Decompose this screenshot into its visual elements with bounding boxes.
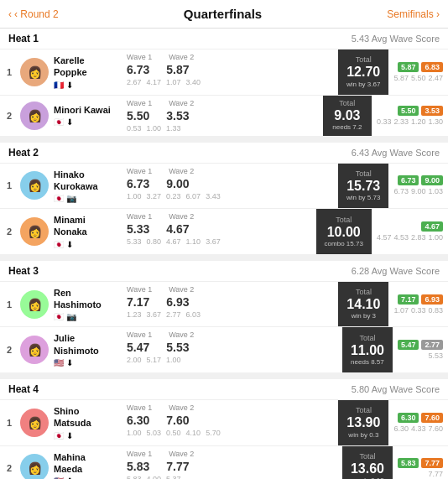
- right-small-score: 6.30: [393, 424, 409, 433]
- small-scores-row: 1.005.030.504.105.70: [127, 429, 333, 437]
- avatar: 👩: [20, 58, 49, 86]
- wave-scores-area: Wave 1Wave 25.837.775.834.005.37: [122, 446, 342, 479]
- small-scores-row: 2.005.171.00: [127, 356, 337, 364]
- wave-header-row: Wave 1Wave 2: [127, 285, 333, 294]
- heat-header-4: Heat 45.80 Avg Wave Score: [0, 379, 448, 400]
- total-value: 13.60: [351, 461, 384, 476]
- right-bot-row: 7.77: [428, 470, 443, 478]
- flag-icon: 🇺🇸: [54, 358, 64, 367]
- small-score: 3.43: [206, 192, 221, 200]
- surfer-left-1-1: 1👩Karelle Poppke🇫🇷⬇: [0, 49, 122, 95]
- small-score: 1.10: [186, 237, 201, 246]
- total-label: Total: [356, 169, 372, 178]
- heat-header-3: Heat 36.28 Avg Wave Score: [0, 261, 448, 282]
- score-pill-2: 2.77: [421, 340, 443, 350]
- back-nav[interactable]: ‹ ‹ Round 2: [8, 8, 59, 20]
- wave2-score: 5.87: [166, 63, 189, 76]
- small-score: 2.00: [127, 356, 142, 364]
- wave1-score: 6.73: [127, 63, 149, 76]
- main-scores-row: 6.735.87: [127, 63, 333, 76]
- heat-block-3: Heat 36.28 Avg Wave Score1👩Ren Hashimoto…: [0, 261, 448, 372]
- right-bot-row: 0.332.331.201.30: [377, 117, 443, 126]
- wave2-header: Wave 2: [169, 450, 194, 458]
- surfer-name: Ren Hashimoto: [54, 287, 115, 311]
- main-scores-row: 6.307.60: [127, 414, 333, 427]
- heats-container: Heat 15.43 Avg Wave Score1👩Karelle Poppk…: [0, 29, 448, 479]
- wave2-score: 3.53: [166, 109, 189, 122]
- wave2-header: Wave 2: [169, 331, 194, 339]
- surfer-rank: 1: [7, 418, 15, 428]
- right-scores: 5.472.775.53: [393, 327, 448, 372]
- small-score: 5.83: [127, 475, 142, 479]
- total-box: Total12.70win by 3.67: [338, 49, 388, 95]
- small-score: 1.00: [127, 429, 142, 437]
- wave1-header: Wave 1: [127, 53, 152, 61]
- surfer-info: Ren Hashimoto🇯🇵📷: [54, 287, 115, 322]
- right-bot-row: 6.739.001.03: [393, 187, 443, 195]
- total-label: Total: [356, 406, 372, 414]
- surfer-flags: 🇯🇵📷: [54, 194, 115, 203]
- surfer-row-1-1: 1👩Karelle Poppke🇫🇷⬇Wave 1Wave 26.735.872…: [0, 49, 448, 96]
- surfer-name: Julie Nishimoto: [54, 332, 115, 357]
- surfer-left-2-2: 2👩Minami Nonaka🇯🇵⬇: [0, 209, 122, 254]
- small-score: 4.00: [147, 475, 162, 479]
- heat-label-2: Heat 2: [8, 147, 39, 159]
- wave2-header: Wave 2: [169, 99, 194, 107]
- flag-icon: ⬇: [66, 358, 73, 367]
- wave-scores-area: Wave 1Wave 25.475.532.005.171.00: [122, 327, 342, 372]
- flag-icon: 🇯🇵: [54, 240, 64, 249]
- small-score: 1.33: [166, 124, 181, 133]
- wave-scores-area: Wave 1Wave 26.739.001.003.270.236.073.43: [122, 164, 338, 209]
- total-label: Total: [359, 452, 375, 461]
- surfer-rank: 2: [7, 463, 15, 473]
- right-small-score: 1.03: [428, 187, 443, 195]
- surfer-info: Minami Nonaka🇯🇵⬇: [54, 214, 115, 249]
- surfer-name: Mahina Maeda: [54, 451, 115, 476]
- wave2-score: 7.60: [166, 414, 189, 427]
- main-scores-row: 5.475.53: [127, 341, 337, 354]
- small-scores-row: 1.233.672.776.03: [127, 310, 333, 319]
- surfer-rank: 2: [7, 226, 15, 237]
- score-pill-2: 9.00: [421, 175, 443, 185]
- heat-block-4: Heat 45.80 Avg Wave Score1👩Shino Matsuda…: [0, 379, 448, 479]
- total-label: Total: [356, 288, 372, 296]
- right-small-score: 1.00: [428, 233, 443, 242]
- total-sub: win by 0.3: [348, 431, 378, 440]
- right-small-score: 1.30: [428, 117, 443, 126]
- right-bot-row: 1.070.330.83: [393, 306, 443, 315]
- surfer-left-2-1: 1👩Hinako Kurokawa🇯🇵📷: [0, 164, 122, 209]
- wave2-header: Wave 2: [169, 285, 194, 294]
- small-score: 1.00: [147, 124, 162, 133]
- right-small-score: 0.83: [428, 306, 443, 315]
- surfer-row-4-1: 1👩Shino Matsuda🇯🇵⬇Wave 1Wave 26.307.601.…: [0, 400, 448, 446]
- surfer-row-3-1: 1👩Ren Hashimoto🇯🇵📷Wave 1Wave 27.176.931.…: [0, 282, 448, 328]
- wave1-score: 6.73: [127, 177, 149, 190]
- forward-label[interactable]: Semifinals ›: [387, 8, 440, 20]
- wave1-score: 5.47: [127, 341, 149, 354]
- flag-icon: 🇯🇵: [54, 431, 64, 440]
- wave-header-row: Wave 1Wave 2: [127, 404, 333, 412]
- surfer-name: Minori Kawai: [54, 104, 115, 116]
- surfer-info: Julie Nishimoto🇺🇸⬇: [54, 332, 115, 367]
- total-box: Total13.90win by 0.3: [338, 400, 388, 445]
- right-top-row: 5.876.83: [398, 62, 443, 72]
- score-pill-1: 6.30: [398, 413, 419, 423]
- avatar: 👩: [20, 290, 49, 319]
- wave1-header: Wave 1: [127, 404, 152, 412]
- flag-icon: ⬇: [66, 240, 73, 249]
- main-scores-row: 5.334.67: [127, 222, 311, 236]
- total-label: Total: [356, 55, 372, 64]
- wave-header-row: Wave 1Wave 2: [127, 212, 311, 221]
- flag-icon: 📷: [66, 194, 76, 203]
- back-label[interactable]: ‹ Round 2: [14, 8, 59, 20]
- small-score: 4.67: [166, 237, 181, 246]
- right-small-score: 4.33: [411, 424, 426, 433]
- small-score: 0.53: [127, 124, 142, 133]
- surfer-left-3-2: 2👩Julie Nishimoto🇺🇸⬇: [0, 327, 122, 372]
- right-scores: 5.876.835.875.502.47: [388, 49, 448, 95]
- right-top-row: 4.67: [421, 221, 443, 232]
- small-score: 1.00: [166, 356, 181, 364]
- forward-nav[interactable]: Semifinals ›: [387, 8, 440, 20]
- surfer-row-4-2: 2👩Mahina Maeda🇺🇸⬇Wave 1Wave 25.837.775.8…: [0, 446, 448, 479]
- surfer-rank: 1: [7, 180, 15, 190]
